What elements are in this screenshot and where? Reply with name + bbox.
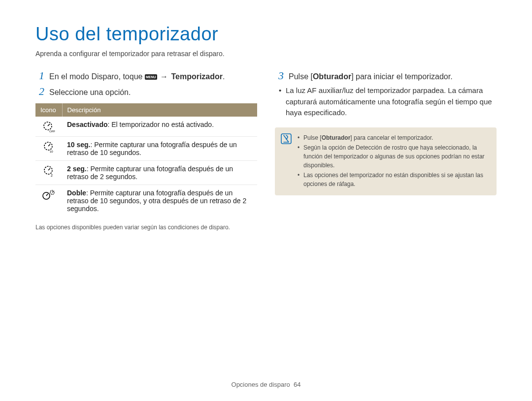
row-text: : Permite capturar una fotografía despué… (67, 189, 246, 213)
step1-target: Temporizador (171, 72, 223, 81)
step1-pre: En el modo Disparo, toque (49, 72, 145, 81)
left-column: 1 En el modo Disparo, toque MENU → Tempo… (35, 69, 257, 232)
step-number: 3 (275, 69, 284, 82)
table-footnote: Las opciones disponibles pueden variar s… (35, 223, 257, 232)
cell-desc: Desactivado: El temporizador no está act… (62, 117, 257, 137)
footer-section: Opciones de disparo (232, 381, 290, 388)
row-label: 2 seg. (67, 165, 87, 173)
step-2: 2 Seleccione una opción. (35, 85, 257, 98)
n1c: ] para cancelar el temporizador. (350, 134, 433, 141)
footer-page: 64 (294, 381, 300, 388)
s3c: ] para iniciar el temporizador. (351, 72, 452, 81)
timer-2s-icon: 2 (35, 160, 62, 185)
content-columns: 1 En el modo Disparo, toque MENU → Tempo… (35, 69, 497, 232)
note-item: Las opciones del temporizador no están d… (298, 171, 490, 188)
step-1: 1 En el modo Disparo, toque MENU → Tempo… (35, 69, 257, 82)
cell-desc: 10 seg.: Permite capturar una fotografía… (62, 136, 257, 160)
timer-10s-icon: 10 (35, 136, 62, 160)
th-icono: Icono (35, 103, 62, 117)
note-box: Pulse [Obturador] para cancelar el tempo… (275, 127, 497, 195)
arrow-icon: → (159, 72, 169, 81)
bullet-item: La luz AF auxiliar/luz del temporizador … (275, 85, 497, 119)
s3b: Obturador (313, 72, 351, 81)
note-item: Según la opción de Detección de rostro q… (298, 143, 490, 170)
svg-text:10: 10 (50, 150, 53, 153)
page-title: Uso del temporizador (35, 24, 497, 45)
page: Uso del temporizador Aprenda a configura… (0, 0, 532, 401)
step3-bullets: La luz AF auxiliar/luz del temporizador … (275, 85, 497, 119)
row-label: Doble (67, 189, 86, 197)
row-text: : Permite capturar una fotografía despué… (67, 165, 233, 181)
step1-end: . (223, 72, 225, 81)
step-text: Pulse [Obturador] para iniciar el tempor… (289, 71, 453, 82)
n1b: Obturador (322, 134, 351, 141)
menu-icon: MENU (145, 74, 157, 80)
svg-text:2: 2 (51, 174, 53, 177)
cell-desc: 2 seg.: Permite capturar una fotografía … (62, 160, 257, 185)
table-row: Doble: Permite capturar una fotografía d… (35, 185, 257, 216)
th-descripcion: Descripción (62, 103, 257, 117)
step-text: Seleccione una opción. (49, 87, 131, 98)
table-row: 10 10 seg.: Permite capturar una fotogra… (35, 136, 257, 160)
page-footer: Opciones de disparo 64 (0, 381, 532, 388)
step-text: En el modo Disparo, toque MENU → Tempori… (49, 71, 225, 82)
n1a: Pulse [ (303, 134, 322, 141)
svg-text:OFF: OFF (49, 130, 55, 132)
step-3: 3 Pulse [Obturador] para iniciar el temp… (275, 69, 497, 82)
options-table: Icono Descripción OFF Desactivado: El te… (35, 103, 257, 216)
page-subtitle: Aprenda a configurar el temporizador par… (35, 50, 497, 58)
row-label: Desactivado (67, 121, 107, 128)
info-icon (281, 133, 292, 146)
table-row: 2 2 seg.: Permite capturar una fotografí… (35, 160, 257, 185)
step-number: 2 (35, 85, 44, 98)
step-number: 1 (35, 69, 44, 82)
timer-off-icon: OFF (35, 117, 62, 137)
timer-double-icon (35, 185, 62, 216)
row-text: : Permite capturar una fotografía despué… (67, 141, 237, 156)
cell-desc: Doble: Permite capturar una fotografía d… (62, 185, 257, 216)
row-label: 10 seg. (67, 141, 90, 149)
row-text: : El temporizador no está activado. (107, 121, 214, 128)
right-column: 3 Pulse [Obturador] para iniciar el temp… (275, 69, 497, 232)
s3a: Pulse [ (289, 72, 313, 81)
table-row: OFF Desactivado: El temporizador no está… (35, 117, 257, 137)
note-list: Pulse [Obturador] para cancelar el tempo… (298, 133, 490, 189)
note-item: Pulse [Obturador] para cancelar el tempo… (298, 133, 490, 142)
